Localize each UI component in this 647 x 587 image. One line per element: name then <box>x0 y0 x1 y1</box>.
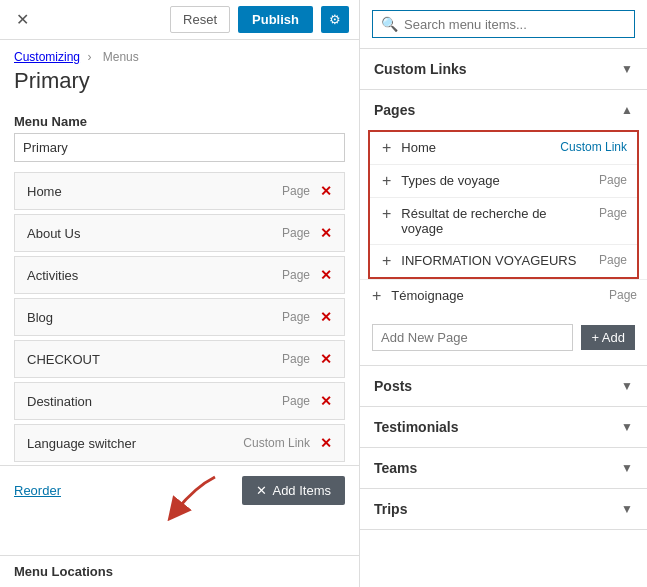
accordion-section-pages: Pages ▲ + Home Custom Link + Types de vo… <box>360 90 647 366</box>
accordion-arrow: ▲ <box>621 103 633 117</box>
page-item-name: INFORMATION VOYAGEURS <box>401 253 591 268</box>
menu-item-name: Destination <box>27 394 92 409</box>
menu-item-type: Page <box>282 268 310 282</box>
menu-item-name: Blog <box>27 310 53 325</box>
delete-icon[interactable]: ✕ <box>320 309 332 325</box>
search-area: 🔍 <box>360 0 647 49</box>
menu-item[interactable]: About Us Page ✕ <box>14 214 345 252</box>
search-input-wrapper: 🔍 <box>372 10 635 38</box>
delete-icon[interactable]: ✕ <box>320 435 332 451</box>
menu-item[interactable]: Language switcher Custom Link ✕ <box>14 424 345 462</box>
accordion-label: Pages <box>374 102 415 118</box>
gear-button[interactable]: ⚙ <box>321 6 349 33</box>
close-button[interactable]: ✕ <box>10 8 35 31</box>
accordion-section-custom-links: Custom Links ▼ <box>360 49 647 90</box>
accordion-header-custom-links[interactable]: Custom Links ▼ <box>360 49 647 89</box>
search-input[interactable] <box>404 17 626 32</box>
page-item-name: Témoignage <box>391 288 601 303</box>
plus-add-button[interactable]: + <box>380 206 393 222</box>
page-item-tag: Custom Link <box>560 140 627 154</box>
accordion-header-teams[interactable]: Teams ▼ <box>360 448 647 488</box>
menu-item-name: About Us <box>27 226 80 241</box>
plus-add-button[interactable]: + <box>370 288 383 304</box>
menu-name-label: Menu Name <box>0 106 359 133</box>
page-item-name: Home <box>401 140 552 155</box>
left-panel: ✕ Reset Publish ⚙ Customizing › Menus Pr… <box>0 0 360 587</box>
top-bar: ✕ Reset Publish ⚙ <box>0 0 359 40</box>
add-new-page-area: + Add <box>360 316 647 359</box>
plus-add-button[interactable]: + <box>380 173 393 189</box>
accordion-header-testimonials[interactable]: Testimonials ▼ <box>360 407 647 447</box>
menu-item-name: Language switcher <box>27 436 136 451</box>
accordion-arrow: ▼ <box>621 461 633 475</box>
page-list-item: + Types de voyage Page <box>370 165 637 198</box>
add-new-page-input[interactable] <box>372 324 573 351</box>
right-sections: Custom Links ▼ Pages ▲ + Home Custom Lin… <box>360 49 647 530</box>
accordion-header-posts[interactable]: Posts ▼ <box>360 366 647 406</box>
menu-locations-label: Menu Locations <box>0 555 359 587</box>
page-item-tag: Page <box>599 253 627 267</box>
accordion-header-trips[interactable]: Trips ▼ <box>360 489 647 529</box>
plus-add-button[interactable]: + <box>380 253 393 269</box>
delete-icon[interactable]: ✕ <box>320 393 332 409</box>
search-icon: 🔍 <box>381 16 398 32</box>
page-list-item: + INFORMATION VOYAGEURS Page <box>370 245 637 277</box>
accordion-label: Custom Links <box>374 61 467 77</box>
add-items-icon: ✕ <box>256 483 267 498</box>
menu-name-input[interactable] <box>14 133 345 162</box>
menu-items-list: Home Page ✕ About Us Page ✕ Activities P… <box>0 172 359 465</box>
menu-item-name: CHECKOUT <box>27 352 100 367</box>
accordion-label: Teams <box>374 460 417 476</box>
add-items-button[interactable]: ✕ Add Items <box>242 476 345 505</box>
page-title: Primary <box>0 68 359 106</box>
menu-item-type: Page <box>282 226 310 240</box>
menu-item-type: Page <box>282 184 310 198</box>
breadcrumb: Customizing › Menus <box>0 40 359 68</box>
right-panel: 🔍 Custom Links ▼ Pages ▲ + Home Custom L… <box>360 0 647 587</box>
accordion-arrow: ▼ <box>621 420 633 434</box>
accordion-arrow: ▼ <box>621 62 633 76</box>
menu-item-name: Activities <box>27 268 78 283</box>
delete-icon[interactable]: ✕ <box>320 183 332 199</box>
accordion-arrow: ▼ <box>621 502 633 516</box>
accordion-section-teams: Teams ▼ <box>360 448 647 489</box>
pages-content: + Home Custom Link + Types de voyage Pag… <box>360 130 647 365</box>
menu-item-type: Custom Link <box>243 436 310 450</box>
menu-item-type: Page <box>282 394 310 408</box>
menu-item-type: Page <box>282 352 310 366</box>
page-list-item: + Témoignage Page <box>360 279 647 312</box>
accordion-header-pages[interactable]: Pages ▲ <box>360 90 647 130</box>
accordion-section-trips: Trips ▼ <box>360 489 647 530</box>
accordion-section-posts: Posts ▼ <box>360 366 647 407</box>
page-item-tag: Page <box>609 288 637 302</box>
accordion-arrow: ▼ <box>621 379 633 393</box>
delete-icon[interactable]: ✕ <box>320 267 332 283</box>
publish-button[interactable]: Publish <box>238 6 313 33</box>
page-item-tag: Page <box>599 206 627 220</box>
accordion-section-testimonials: Testimonials ▼ <box>360 407 647 448</box>
page-item-name: Résultat de recherche de voyage <box>401 206 591 236</box>
menu-item[interactable]: CHECKOUT Page ✕ <box>14 340 345 378</box>
add-page-button[interactable]: + Add <box>581 325 635 350</box>
reset-button[interactable]: Reset <box>170 6 230 33</box>
breadcrumb-current: Menus <box>103 50 139 64</box>
menu-item-type: Page <box>282 310 310 324</box>
delete-icon[interactable]: ✕ <box>320 225 332 241</box>
plus-add-button[interactable]: + <box>380 140 393 156</box>
menu-item[interactable]: Home Page ✕ <box>14 172 345 210</box>
page-list-item: + Résultat de recherche de voyage Page <box>370 198 637 245</box>
reorder-button[interactable]: Reorder <box>14 483 61 498</box>
red-arrow <box>155 467 235 527</box>
accordion-label: Testimonials <box>374 419 459 435</box>
menu-item[interactable]: Blog Page ✕ <box>14 298 345 336</box>
breadcrumb-parent-link[interactable]: Customizing <box>14 50 80 64</box>
menu-item[interactable]: Activities Page ✕ <box>14 256 345 294</box>
breadcrumb-separator: › <box>87 50 91 64</box>
page-item-name: Types de voyage <box>401 173 591 188</box>
menu-item[interactable]: Destination Page ✕ <box>14 382 345 420</box>
add-items-label: Add Items <box>272 483 331 498</box>
accordion-label: Trips <box>374 501 407 517</box>
page-item-tag: Page <box>599 173 627 187</box>
delete-icon[interactable]: ✕ <box>320 351 332 367</box>
page-list-item: + Home Custom Link <box>370 132 637 165</box>
